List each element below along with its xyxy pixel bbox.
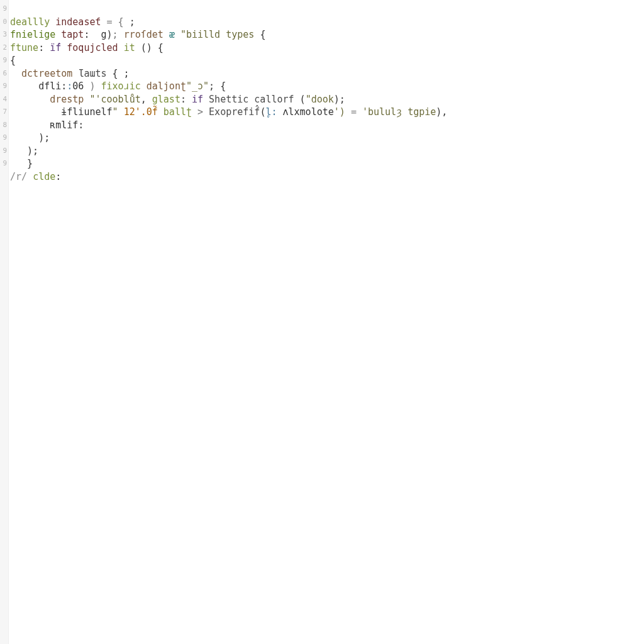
line-number-gutter: 9032969478999 [0,0,9,644]
line-number: 8 [0,119,8,132]
token: : [84,29,101,40]
token [10,80,38,92]
token: ); [10,145,38,157]
token: Ɩaɯts [78,68,112,79]
token: 'bululȝ tgpie [362,106,436,118]
token: ; [130,16,135,28]
code-line[interactable]: ); [10,145,644,158]
token: Exoprefif̂ [209,106,260,118]
token: 06 [72,80,84,92]
token: ʌlxmolote [283,106,334,118]
line-number: 9 [0,80,8,93]
token: rroſdet [124,29,169,40]
token: glast [152,94,180,105]
line-number: 6 [0,67,8,80]
token: > [197,106,209,118]
token: ; [113,29,124,40]
token: : [67,80,72,92]
code-line[interactable]: fnielige tapt: g); rroſdet ᴂ "biilld typ… [10,28,644,42]
token: ), [436,106,447,118]
code-line[interactable]: { [10,54,644,67]
token: if [192,94,209,105]
token: foqujcled [67,42,123,53]
token: { [260,29,265,40]
token [10,94,50,105]
code-area[interactable]: deallly indeaseƭ = { ;fnielige tapt: g);… [9,0,644,644]
code-editor[interactable]: 9032969478999 deallly indeaseƭ = { ;fnie… [0,0,644,644]
token: ; { [209,80,226,92]
code-line[interactable]: dctreetom Ɩaɯts { ; [10,67,644,80]
line-number: 9 [0,157,8,170]
line-number: 4 [0,93,8,106]
token: ɨfliunelf [61,106,112,118]
token: fnielige [10,29,61,40]
token: : [55,171,61,182]
token: /r/ [10,171,33,182]
line-number: 9 [0,145,8,158]
token: ); [10,132,50,143]
code-line[interactable]: ); [10,131,644,145]
token: { [10,55,16,66]
code-line[interactable]: dfli::06 ) fixoɹic daljonʈ"_ɔ"; { [10,80,644,93]
token: l̥: [265,106,282,118]
token: ḯf [50,42,67,53]
token: ᴂ [169,29,180,40]
code-line[interactable]: } [10,157,644,170]
token: ') [334,106,351,118]
token [10,119,50,131]
token: " [113,106,124,118]
token: ) [84,80,101,92]
token: tapt [61,29,84,40]
token: 12'.0f̃ [124,106,164,118]
token: dfli: [38,80,67,92]
token: g) [101,29,113,40]
token: drestp [50,94,89,105]
token: clde [33,171,55,182]
code-line[interactable] [10,3,644,16]
code-line[interactable]: ʀmlif: [10,119,644,132]
token: ʀmlif: [50,119,84,131]
token [10,106,61,118]
token: indeaseƭ [55,16,101,28]
token: = [351,106,362,118]
token: , [141,94,152,105]
code-line[interactable]: /r/ clde: [10,170,644,184]
token: it [124,42,141,53]
token: daljonʈ [147,80,186,92]
code-line[interactable]: deallly indeaseƭ = { ; [10,16,644,29]
line-number: 2 [0,42,8,55]
line-number: 3 [0,28,8,42]
token: = { [101,16,130,28]
token: ); [334,94,345,105]
token: "biilld types [180,29,260,40]
line-number: 9 [0,3,8,16]
token: ( [300,94,306,105]
line-number: 0 [0,16,8,29]
token: : [180,94,192,105]
token: { ; [113,68,130,79]
code-line[interactable]: ftune: ḯf foqujcled it () { [10,42,644,55]
token: "_ɔ" [186,80,209,92]
line-number: 9 [0,54,8,67]
token: : [38,42,50,53]
token: "'cooblůt [89,94,140,105]
token: ftune [10,42,38,53]
token: () { [141,42,164,53]
token: dctreetom [21,68,78,79]
line-number: 7 [0,106,8,119]
token: ballʈ [164,106,197,118]
token: deallly [10,16,55,28]
token: "dook [306,94,334,105]
token: Shettic callorf [209,94,300,105]
code-line[interactable]: drestp "'cooblůt, glast: if Shettic call… [10,93,644,106]
line-number: 9 [0,131,8,145]
token: } [10,158,33,169]
token: fixoɹic [101,80,147,92]
code-line[interactable]: ɨfliunelf" 12'.0f̃ ballʈ > Exoprefif̂(l̥… [10,106,644,119]
token [10,68,21,79]
